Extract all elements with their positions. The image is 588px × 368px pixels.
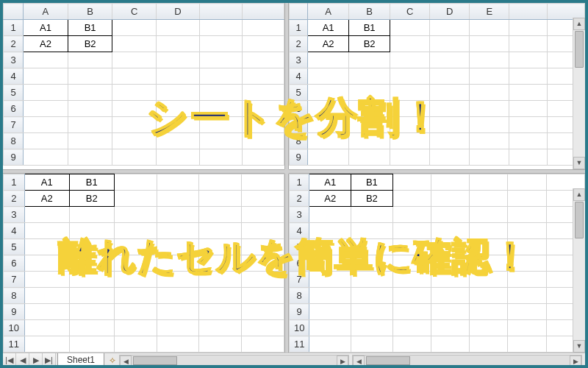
cell[interactable] xyxy=(156,20,199,36)
cell[interactable] xyxy=(430,117,470,133)
cell[interactable]: A1 xyxy=(24,174,69,191)
cell[interactable]: A1 xyxy=(24,20,68,36)
row-header[interactable]: 5 xyxy=(290,239,309,255)
cell[interactable] xyxy=(200,68,242,85)
row-header[interactable]: 2 xyxy=(4,191,25,207)
cell[interactable]: A2 xyxy=(308,36,349,52)
row-header[interactable]: 7 xyxy=(290,272,309,288)
row-header[interactable]: 8 xyxy=(290,288,309,304)
cell[interactable] xyxy=(114,336,157,353)
cell[interactable] xyxy=(199,223,242,239)
cell[interactable]: B1 xyxy=(68,20,112,36)
scrollbar-thumb[interactable] xyxy=(133,356,177,365)
column-header[interactable]: A xyxy=(24,4,68,20)
cell[interactable] xyxy=(199,191,242,207)
scroll-down-icon[interactable]: ▼ xyxy=(573,157,585,169)
cell[interactable] xyxy=(68,117,112,133)
cell[interactable] xyxy=(112,20,156,36)
cell[interactable] xyxy=(242,336,284,353)
cell[interactable]: A1 xyxy=(308,20,349,36)
cell[interactable]: B1 xyxy=(351,174,393,191)
cell[interactable]: B2 xyxy=(349,36,390,52)
cell[interactable] xyxy=(392,320,431,336)
cell[interactable] xyxy=(24,52,68,68)
row-header[interactable]: 5 xyxy=(290,85,308,101)
pane-bottom-right[interactable]: 1A1B12A2B234567891011▲▼ xyxy=(289,174,585,353)
cell[interactable] xyxy=(68,101,112,117)
cell[interactable] xyxy=(508,320,546,336)
cell[interactable] xyxy=(69,239,114,255)
cell[interactable] xyxy=(508,272,546,288)
row-header[interactable]: 6 xyxy=(4,255,25,272)
row-header[interactable]: 7 xyxy=(4,117,24,133)
cell[interactable]: B1 xyxy=(349,20,390,36)
cell[interactable] xyxy=(24,133,68,149)
cell[interactable] xyxy=(200,133,242,149)
column-header[interactable]: D xyxy=(156,4,199,20)
cell[interactable] xyxy=(470,320,508,336)
cell[interactable] xyxy=(470,117,509,133)
row-header[interactable]: 2 xyxy=(4,36,24,52)
column-header[interactable] xyxy=(242,4,284,20)
cell[interactable] xyxy=(24,320,69,336)
cell[interactable] xyxy=(68,133,112,149)
cell[interactable] xyxy=(114,304,157,320)
cell[interactable] xyxy=(242,207,284,223)
cell[interactable] xyxy=(157,174,199,191)
scroll-right-icon[interactable]: ▶ xyxy=(337,355,348,366)
cell[interactable] xyxy=(242,101,284,117)
cell[interactable] xyxy=(199,239,242,255)
cell[interactable] xyxy=(470,336,508,353)
cell[interactable] xyxy=(509,36,547,52)
cell[interactable] xyxy=(242,85,284,101)
cell[interactable] xyxy=(509,117,547,133)
cell[interactable] xyxy=(200,36,242,52)
cell[interactable] xyxy=(431,304,469,320)
cell[interactable] xyxy=(508,207,546,223)
cell[interactable] xyxy=(112,68,156,85)
row-header[interactable]: 8 xyxy=(4,133,24,149)
cell[interactable] xyxy=(309,320,351,336)
cell[interactable] xyxy=(309,304,351,320)
cell[interactable] xyxy=(199,272,242,288)
scroll-left-icon[interactable]: ◀ xyxy=(353,355,365,366)
cell[interactable] xyxy=(157,336,199,353)
scroll-down-icon[interactable]: ▼ xyxy=(573,340,585,353)
cell[interactable] xyxy=(390,68,430,85)
cell[interactable] xyxy=(392,304,431,320)
cell[interactable] xyxy=(242,272,284,288)
cell[interactable] xyxy=(157,320,199,336)
pane-top-left[interactable]: ABCD1A1B12A2B23456789 xyxy=(3,3,284,169)
select-all-corner[interactable] xyxy=(4,4,24,20)
cell[interactable] xyxy=(242,133,284,149)
cell[interactable] xyxy=(242,304,284,320)
cell[interactable] xyxy=(509,133,547,149)
cell[interactable] xyxy=(308,117,349,133)
cell[interactable] xyxy=(470,272,508,288)
cell[interactable] xyxy=(114,320,157,336)
cell[interactable] xyxy=(24,336,69,353)
cell[interactable] xyxy=(199,304,242,320)
row-header[interactable]: 3 xyxy=(290,52,308,68)
vertical-scrollbar[interactable]: ▲▼ xyxy=(573,18,585,169)
cell[interactable] xyxy=(509,20,547,36)
cell[interactable] xyxy=(470,239,508,255)
cell[interactable] xyxy=(392,255,431,272)
row-header[interactable]: 11 xyxy=(290,336,309,353)
cell[interactable] xyxy=(24,272,69,288)
cell[interactable] xyxy=(242,288,284,304)
cell[interactable] xyxy=(431,191,469,207)
cell[interactable] xyxy=(470,149,509,166)
cell[interactable] xyxy=(392,272,431,288)
cell[interactable] xyxy=(508,191,546,207)
row-header[interactable]: 6 xyxy=(4,101,24,117)
cell[interactable]: A1 xyxy=(309,174,351,191)
column-header[interactable]: C xyxy=(112,4,156,20)
row-header[interactable]: 1 xyxy=(4,174,25,191)
cell[interactable] xyxy=(392,223,431,239)
cell[interactable] xyxy=(69,223,114,239)
vertical-scrollbar[interactable]: ▲▼ xyxy=(573,188,585,353)
cell[interactable] xyxy=(24,304,69,320)
cell[interactable] xyxy=(430,68,470,85)
cell[interactable] xyxy=(390,133,430,149)
